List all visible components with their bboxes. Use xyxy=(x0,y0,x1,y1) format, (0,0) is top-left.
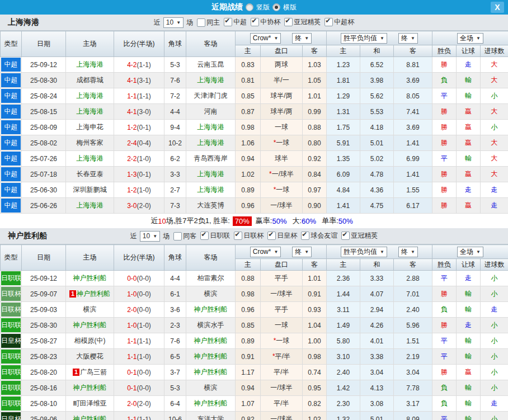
cell-draw-odds: 5.62 xyxy=(360,88,394,104)
radio-horizontal-layout[interactable] xyxy=(272,3,280,11)
checkbox-checked-icon[interactable]: ✔ xyxy=(234,232,242,240)
cell-lose-odds: 1.55 xyxy=(394,182,432,198)
cell-asian-result: 輸 xyxy=(457,286,481,302)
checkbox-checked-icon[interactable]: ✔ xyxy=(200,232,209,240)
cell-league-type: 日职联 xyxy=(1,349,22,365)
chevron-down-icon: ▼ xyxy=(176,18,181,27)
cell-handicap: 半/一 xyxy=(261,73,303,88)
match-count-select[interactable]: 10▼ xyxy=(163,17,184,28)
league-filter[interactable]: ✔中协杯 xyxy=(247,17,280,27)
cell-odds-home: 0.94 xyxy=(236,380,261,396)
cell-lose-odds: 6.99 xyxy=(394,151,432,167)
odds-company-select[interactable]: Crow*▼ xyxy=(250,247,281,257)
checkbox-checked-icon[interactable]: ✔ xyxy=(284,18,293,26)
cell-odds-home: 0.83 xyxy=(236,57,261,73)
cell-asian-result: 贏 xyxy=(457,198,481,214)
cell-date: 25-08-15 xyxy=(22,104,66,120)
cell-asian-result: 走 xyxy=(457,182,481,198)
league-filter[interactable]: ✔亚冠精英 xyxy=(337,231,378,240)
radio-horizontal-label[interactable]: 横版 xyxy=(283,3,297,12)
cell-home-team: 神户胜利船 xyxy=(66,380,114,396)
cell-league-type: 日联杯 xyxy=(1,286,22,302)
cell-corners: 9-4 xyxy=(164,120,186,135)
col-header-corner: 角球 xyxy=(164,245,186,271)
cell-draw-odds: 3.04 xyxy=(360,365,394,380)
chevron-down-icon: ▼ xyxy=(411,34,415,43)
cell-odds-away: 1.01 xyxy=(303,271,327,286)
cell-score: 2-4(0-4) xyxy=(114,135,164,151)
same-venue-checkbox-unchecked[interactable] xyxy=(197,18,205,27)
cell-asian-result: 輸 xyxy=(457,412,481,420)
cell-away-team: 上海海港 xyxy=(186,182,236,198)
checkbox-checked-icon[interactable]: ✔ xyxy=(267,232,276,240)
cell-win-odds: 1.41 xyxy=(327,198,360,214)
league-filter[interactable]: ✔日联杯 xyxy=(230,231,264,240)
league-filter[interactable]: ✔日职联 xyxy=(196,231,230,240)
chevron-down-icon: ▼ xyxy=(380,247,384,257)
cell-result: 勝 xyxy=(432,104,457,120)
close-button[interactable]: X xyxy=(491,2,504,13)
checkbox-checked-icon[interactable]: ✔ xyxy=(324,18,333,26)
scope-select[interactable]: 全场▼ xyxy=(457,33,483,44)
cell-score: 3-0(2-0) xyxy=(114,198,164,214)
cell-goals-result: 大 xyxy=(481,104,508,120)
cell-score: 1-1(1-1) xyxy=(114,88,164,104)
checkbox-checked-icon[interactable]: ✔ xyxy=(251,18,259,26)
same-venue-checkbox-unchecked[interactable] xyxy=(173,232,182,240)
cell-handicap: 球半/两 xyxy=(261,104,303,120)
cell-odds-away: 1.00 xyxy=(303,333,327,349)
wdl-final-select[interactable]: 终▼ xyxy=(398,33,418,44)
odds-final-select[interactable]: 终▼ xyxy=(292,247,312,257)
cell-date: 25-07-18 xyxy=(22,167,66,182)
cell-draw-odds: 3.38 xyxy=(360,349,394,365)
checkbox-checked-icon[interactable]: ✔ xyxy=(341,232,350,240)
cell-draw-odds: 5.53 xyxy=(360,104,394,120)
checkbox-checked-icon[interactable]: ✔ xyxy=(301,232,309,240)
scope-select[interactable]: 全场▼ xyxy=(457,247,483,257)
filter-bar: 神户胜利船 近 10▼ 场 同客 ✔日职联✔日联杯✔日皇杯✔球会友谊✔亚冠精英 xyxy=(0,228,508,244)
cell-odds-home: 0.98 xyxy=(236,286,261,302)
cell-win-odds: 1.81 xyxy=(327,73,360,88)
same-venue-label[interactable]: 同客 xyxy=(183,232,196,241)
cell-win-odds: 2.36 xyxy=(327,271,360,286)
odds-company-select[interactable]: Crow*▼ xyxy=(250,33,281,44)
cell-home-team: 上海申花 xyxy=(66,120,114,135)
wdl-final-select[interactable]: 终▼ xyxy=(398,247,418,257)
checkbox-checked-icon[interactable]: ✔ xyxy=(224,18,232,26)
league-filter-label: 日联杯 xyxy=(243,231,264,240)
cell-league-type: 日皇杯 xyxy=(1,333,22,349)
win-rate-badge: 70% xyxy=(233,216,252,226)
cell-draw-odds: 5.02 xyxy=(360,151,394,167)
cell-home-team: 神户胜利船 xyxy=(66,412,114,420)
cell-result: 負 xyxy=(432,73,457,88)
odds-final-select[interactable]: 终▼ xyxy=(292,33,312,44)
cell-odds-away: 1.03 xyxy=(303,57,327,73)
cell-date: 25-09-12 xyxy=(22,57,66,73)
radio-vertical-layout[interactable] xyxy=(246,3,253,11)
match-count-select[interactable]: 10▼ xyxy=(140,231,160,242)
subcol-draw: 和 xyxy=(360,45,394,57)
cell-handicap: 一/球半 xyxy=(261,286,303,302)
league-filter[interactable]: ✔球会友谊 xyxy=(297,231,337,240)
cell-asian-result: 走 xyxy=(457,57,481,73)
wdl-average-select[interactable]: 胜平负均值▼ xyxy=(341,247,387,257)
cell-score: 2-2(1-0) xyxy=(114,151,164,167)
cell-away-team: 青岛西海岸 xyxy=(186,151,236,167)
cell-draw-odds: 4.18 xyxy=(360,120,394,135)
league-filter[interactable]: ✔中超 xyxy=(220,17,247,27)
same-venue-label[interactable]: 同主 xyxy=(206,18,220,27)
cell-result: 勝 xyxy=(432,167,457,182)
cell-odds-home: 0.85 xyxy=(236,88,261,104)
league-filter[interactable]: ✔日皇杯 xyxy=(264,231,297,240)
match-row: 日联杯25-09-03横滨2-0(0-0)3-6神户胜利船0.96平手0.933… xyxy=(1,302,508,318)
league-filter[interactable]: ✔中超杯 xyxy=(321,17,354,27)
cell-goals-result: 大 xyxy=(481,135,508,151)
cell-score: 2-0(0-0) xyxy=(114,302,164,318)
league-filter[interactable]: ✔亚冠精英 xyxy=(280,17,321,27)
wdl-average-select[interactable]: 胜平负均值▼ xyxy=(341,33,387,44)
cell-lose-odds: 1.51 xyxy=(394,333,432,349)
cell-goals-result: 小 xyxy=(481,412,508,420)
cell-draw-odds: 4.07 xyxy=(360,286,394,302)
cell-odds-home: 0.98 xyxy=(236,120,261,135)
radio-vertical-label[interactable]: 竖版 xyxy=(256,3,270,12)
